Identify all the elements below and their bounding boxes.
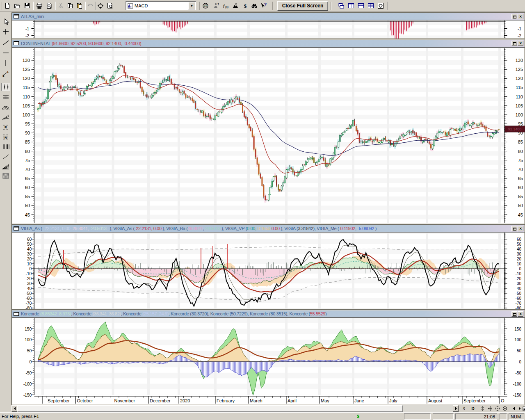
svg-text:95: 95 [25, 121, 30, 126]
svg-text:105: 105 [516, 103, 523, 108]
svg-text:July: July [389, 398, 397, 403]
svg-text:110: 110 [23, 94, 30, 99]
svg-text:30: 30 [27, 252, 32, 256]
svg-text:70: 70 [518, 167, 523, 172]
svg-text:75: 75 [518, 158, 523, 163]
svg-text:100: 100 [516, 112, 523, 117]
svg-text:150: 150 [25, 327, 32, 331]
svg-text:-40: -40 [516, 286, 522, 291]
svg-text:-1: -1 [25, 27, 29, 31]
svg-text:-20: -20 [516, 276, 522, 281]
svg-text:50: 50 [517, 349, 522, 353]
svg-text:March: March [250, 398, 262, 403]
svg-text:September: September [463, 398, 486, 403]
svg-text:10: 10 [27, 262, 32, 266]
svg-text:60: 60 [518, 185, 523, 190]
svg-text:October: October [77, 398, 93, 403]
svg-text:-50: -50 [516, 371, 522, 375]
svg-text:45: 45 [518, 212, 523, 217]
svg-text:R: R [5, 126, 7, 129]
svg-text:June: June [354, 398, 364, 403]
svg-text:-80: -80 [516, 306, 522, 309]
svg-text:L: L [7, 71, 9, 73]
svg-text:-10: -10 [26, 272, 32, 276]
svg-text:-60: -60 [26, 296, 32, 301]
svg-text:-100: -100 [513, 382, 521, 386]
svg-text:-30: -30 [26, 281, 32, 286]
svg-text:115: 115 [23, 85, 30, 90]
svg-text:-30: -30 [516, 281, 522, 286]
svg-text:$: $ [244, 3, 247, 9]
svg-text:85: 85 [25, 139, 30, 144]
svg-text:May: May [321, 398, 329, 403]
svg-text:60: 60 [25, 185, 30, 190]
svg-text:115: 115 [516, 85, 523, 90]
svg-text:55: 55 [25, 194, 30, 199]
svg-text:-150: -150 [23, 393, 32, 397]
svg-text:100: 100 [25, 338, 32, 342]
svg-text:55: 55 [518, 194, 523, 199]
svg-text:-80: -80 [26, 306, 32, 309]
svg-text:September: September [48, 398, 70, 403]
svg-text:130: 130 [516, 58, 523, 63]
svg-text:December: December [150, 398, 171, 403]
svg-text:0: 0 [519, 267, 521, 271]
svg-text:S: S [2, 74, 5, 77]
svg-text:125: 125 [23, 67, 30, 72]
svg-text:85: 85 [518, 139, 523, 144]
svg-text:60: 60 [27, 237, 32, 242]
svg-text:-100: -100 [23, 382, 32, 386]
svg-text:50: 50 [518, 203, 523, 208]
svg-text:90: 90 [25, 130, 30, 135]
svg-text:-50: -50 [516, 291, 522, 296]
svg-text:?: ? [217, 3, 219, 6]
svg-text:-40: -40 [26, 286, 32, 291]
svg-text:95: 95 [518, 121, 523, 126]
svg-text:February: February [217, 398, 235, 403]
svg-text:50: 50 [27, 349, 32, 353]
svg-text:10: 10 [517, 262, 522, 266]
svg-text:-50: -50 [26, 291, 32, 296]
svg-text:-2: -2 [518, 34, 521, 38]
svg-text:130: 130 [23, 58, 30, 63]
svg-text:120: 120 [23, 76, 30, 81]
svg-text:?: ? [264, 2, 267, 7]
svg-text:(x): (x) [225, 5, 228, 9]
svg-text:R: R [5, 136, 7, 139]
svg-text:120: 120 [516, 76, 523, 81]
svg-text:92.1400: 92.1400 [508, 127, 522, 131]
svg-text:-150: -150 [513, 393, 521, 397]
svg-text:-50: -50 [26, 371, 32, 375]
svg-text:0: 0 [519, 360, 521, 364]
svg-text:80: 80 [518, 149, 523, 154]
svg-text:105: 105 [23, 103, 30, 108]
svg-text:75: 75 [25, 158, 30, 163]
svg-text:O: O [501, 398, 504, 403]
svg-text:100: 100 [23, 112, 30, 117]
svg-text:125: 125 [516, 67, 523, 72]
svg-text:April: April [288, 398, 297, 403]
svg-text:0: 0 [29, 360, 32, 364]
svg-text:40: 40 [27, 247, 32, 251]
svg-text:70: 70 [25, 167, 30, 172]
svg-text:80: 80 [25, 149, 30, 154]
svg-text:@: @ [203, 4, 207, 8]
svg-text:45: 45 [25, 212, 30, 217]
svg-text:65: 65 [518, 176, 523, 181]
svg-text:60: 60 [517, 237, 522, 242]
svg-text:40: 40 [517, 247, 522, 251]
svg-text:0: 0 [29, 267, 32, 271]
svg-text:100: 100 [514, 338, 521, 342]
svg-text:20: 20 [27, 257, 32, 261]
svg-text:-20: -20 [26, 276, 32, 281]
svg-text:65: 65 [25, 176, 30, 181]
svg-text:-1: -1 [518, 27, 521, 31]
svg-text:50: 50 [517, 242, 522, 247]
svg-text:-70: -70 [26, 301, 32, 306]
svg-text:-2: -2 [25, 34, 29, 38]
svg-text:50: 50 [27, 242, 32, 247]
svg-text:20: 20 [517, 257, 522, 261]
svg-text:August: August [428, 398, 442, 403]
svg-text:30: 30 [517, 252, 522, 256]
svg-text:110: 110 [516, 94, 523, 99]
